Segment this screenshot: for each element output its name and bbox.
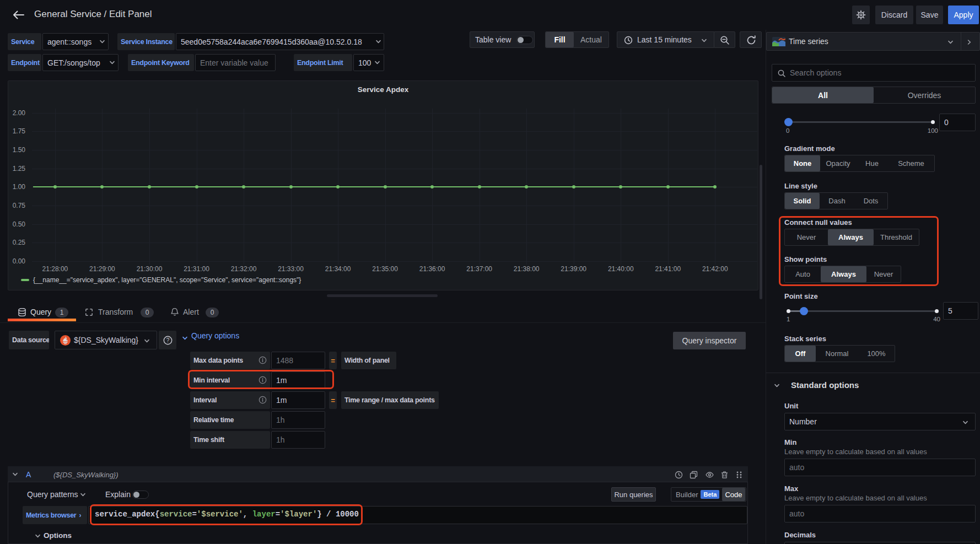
svg-text:?: ? (166, 337, 170, 343)
